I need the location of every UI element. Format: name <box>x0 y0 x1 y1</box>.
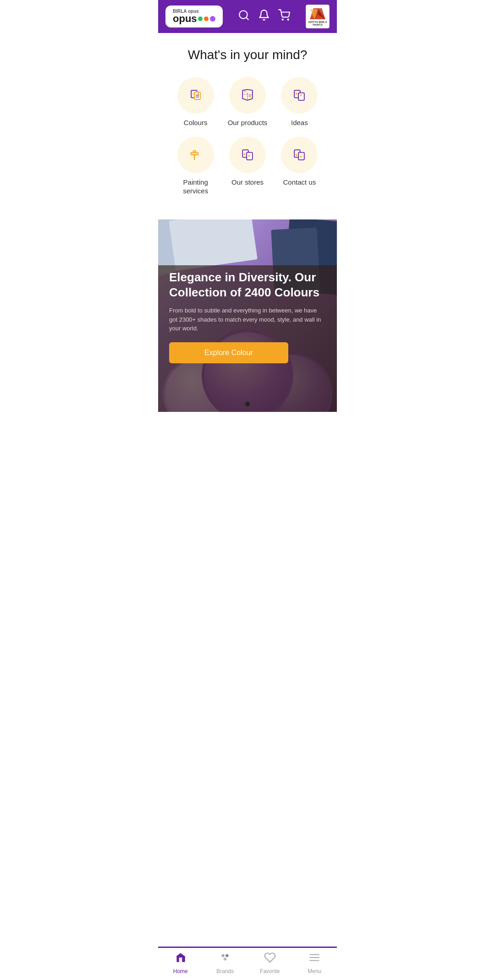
search-icon[interactable] <box>238 9 250 24</box>
paint-swatch-bg-2 <box>169 219 258 271</box>
app-header: BIRLA opus opus <box>158 0 337 33</box>
colours-icon-circle <box>177 77 214 114</box>
logo-opus-text: opus <box>173 14 197 24</box>
cart-icon[interactable] <box>278 9 290 24</box>
our-stores-label: Our stores <box>231 178 264 187</box>
svg-point-3 <box>288 19 289 20</box>
birla-opus-logo[interactable]: BIRLA opus opus <box>165 5 223 27</box>
svg-line-1 <box>246 17 248 20</box>
header-action-icons <box>238 9 290 24</box>
svg-rect-12 <box>299 93 305 100</box>
svg-rect-9 <box>194 92 200 99</box>
menu-item-ideas[interactable]: Ideas <box>276 77 323 127</box>
menu-item-our-stores[interactable]: Our stores <box>224 137 271 196</box>
painting-services-label: Painting services <box>172 178 219 196</box>
our-products-icon-circle <box>229 77 266 114</box>
svg-rect-14 <box>193 151 195 153</box>
ideas-label: Ideas <box>291 118 308 127</box>
menu-item-colours[interactable]: Colours <box>172 77 219 127</box>
menu-item-our-products[interactable]: Our products <box>224 77 271 127</box>
ideas-icon-circle <box>281 77 318 114</box>
menu-item-contact-us[interactable]: Contact us <box>276 137 323 196</box>
aditya-birla-logo: ADITYA BIRLA PAINTS <box>306 5 330 28</box>
svg-point-2 <box>282 19 283 20</box>
logo-dots <box>198 16 215 22</box>
hero-banner: Elegance in Diversity. Our Collection of… <box>158 219 337 412</box>
our-stores-icon-circle <box>229 137 266 173</box>
contact-us-icon-circle <box>281 137 318 173</box>
menu-grid: Colours Our products <box>167 77 328 196</box>
hero-subtitle: From bold to subtle and everything in be… <box>169 306 326 333</box>
bell-icon[interactable] <box>258 9 270 24</box>
our-products-label: Our products <box>228 118 268 127</box>
main-content: What's in your mind? Colours <box>158 33 337 219</box>
page-title: What's in your mind? <box>167 48 328 62</box>
hero-content: Elegance in Diversity. Our Collection of… <box>169 270 326 363</box>
carousel-indicator <box>245 402 250 406</box>
explore-colour-button[interactable]: Explore Colour <box>169 342 288 363</box>
menu-item-painting-services[interactable]: Painting services <box>172 137 219 196</box>
hero-title: Elegance in Diversity. Our Collection of… <box>169 270 326 301</box>
svg-point-10 <box>249 95 251 97</box>
dot-purple <box>210 16 215 22</box>
dot-green <box>198 16 203 21</box>
dot-orange <box>204 16 209 21</box>
painting-services-icon-circle <box>177 137 214 173</box>
contact-us-label: Contact us <box>283 178 316 187</box>
colours-label: Colours <box>184 118 208 127</box>
aditya-birla-text: ADITYA BIRLA PAINTS <box>308 21 327 26</box>
